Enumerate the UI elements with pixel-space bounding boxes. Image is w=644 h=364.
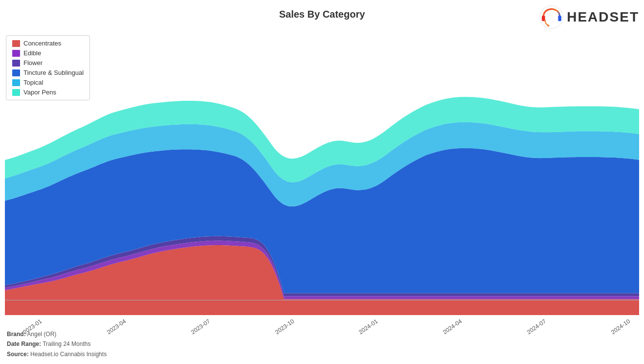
svg-rect-1 — [542, 16, 545, 22]
legend-item-flower: Flower — [12, 59, 84, 67]
footer-date-range: Date Range: Trailing 24 Months — [7, 339, 107, 349]
page-container: Sales By Category HEADSET — [0, 0, 644, 364]
legend-label-tincture: Tincture & Sublingual — [23, 69, 84, 76]
footer-source-label: Source: — [7, 351, 29, 358]
footer-date-label: Date Range: — [7, 341, 41, 347]
legend-label-concentrates: Concentrates — [23, 40, 61, 47]
legend-swatch-tincture — [12, 69, 20, 76]
headset-logo-icon — [539, 5, 564, 29]
xaxis-labels: 2023-01 2023-04 2023-07 2023-10 2024-01 … — [15, 324, 634, 331]
legend-item-topical: Topical — [12, 79, 84, 86]
footer-date-value: Trailing 24 Months — [43, 341, 90, 347]
legend-swatch-topical — [12, 79, 20, 86]
svg-point-3 — [547, 24, 549, 26]
xaxis-label-6: 2024-07 — [526, 318, 547, 336]
footer-source: Source: Headset.io Cannabis Insights — [7, 349, 107, 359]
svg-rect-2 — [558, 16, 562, 22]
xaxis-label-2: 2023-07 — [190, 318, 211, 336]
legend-swatch-flower — [12, 60, 20, 67]
logo-area: HEADSET — [539, 5, 639, 29]
legend-item-tincture: Tincture & Sublingual — [12, 69, 84, 76]
legend-item-edible: Edible — [12, 49, 84, 57]
footer-info: Brand: Angel (OR) Date Range: Trailing 2… — [7, 329, 107, 359]
chart-area — [5, 32, 639, 315]
chart-legend: Concentrates Edible Flower Tincture & Su… — [6, 35, 90, 100]
xaxis-label-5: 2024-04 — [442, 318, 463, 336]
xaxis-label-7: 2024-10 — [610, 318, 631, 336]
legend-label-vapor-pens: Vapor Pens — [23, 89, 56, 96]
footer-brand: Brand: Angel (OR) — [7, 329, 107, 339]
xaxis-label-3: 2023-10 — [274, 318, 295, 336]
footer-source-value: Headset.io Cannabis Insights — [30, 351, 107, 358]
legend-swatch-edible — [12, 50, 20, 57]
xaxis-label-4: 2024-01 — [357, 318, 379, 336]
legend-label-flower: Flower — [23, 59, 43, 67]
legend-item-vapor-pens: Vapor Pens — [12, 89, 84, 96]
chart-title: Sales By Category — [279, 9, 365, 20]
chart-svg — [5, 32, 639, 315]
legend-label-topical: Topical — [23, 79, 43, 86]
footer-brand-value: Angel (OR) — [27, 331, 56, 338]
xaxis-label-1: 2023-04 — [106, 318, 127, 336]
legend-swatch-concentrates — [12, 40, 20, 47]
logo-text: HEADSET — [567, 9, 639, 25]
legend-swatch-vapor-pens — [12, 89, 20, 96]
footer-brand-label: Brand: — [7, 331, 26, 338]
legend-label-edible: Edible — [23, 49, 41, 57]
legend-item-concentrates: Concentrates — [12, 40, 84, 47]
